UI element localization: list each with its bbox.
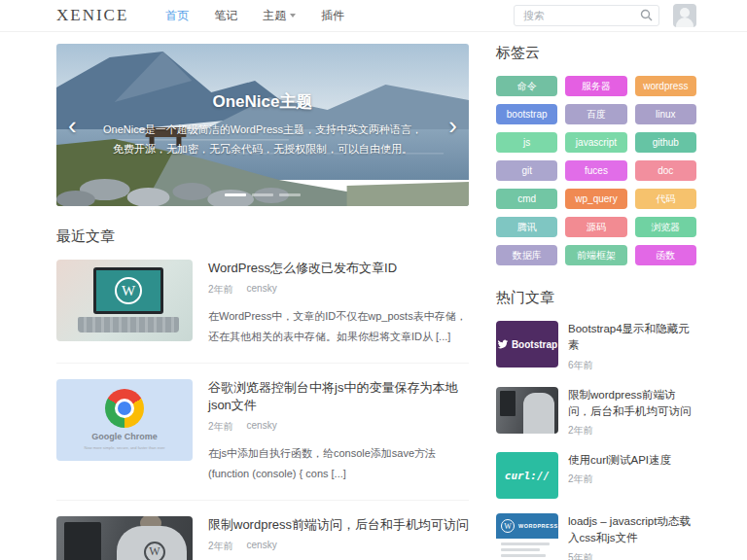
hero-caption: OneNice主题 OneNice是一个超级简洁的WordPress主题，支持中… [56, 44, 469, 206]
wordpress-logo-icon: W [501, 519, 515, 533]
tag[interactable]: git [496, 160, 557, 181]
tag[interactable]: 源码 [565, 217, 626, 237]
main-column: OneNice主题 OneNice是一个超级简洁的WordPress主题，支持中… [56, 44, 469, 560]
article-title[interactable]: 谷歌浏览器控制台中将js中的变量保存为本地json文件 [208, 379, 469, 414]
tag[interactable]: 腾讯 [496, 217, 557, 237]
article-thumbnail-desk[interactable]: W [56, 516, 193, 560]
top-navbar: XENICE 首页 笔记 主题 插件 [0, 0, 747, 32]
carousel-dot[interactable] [279, 193, 301, 196]
search-box [514, 5, 659, 26]
popular-post-row: W WORDPRESS loadjs – javascript动态载入css和j… [496, 513, 696, 560]
tag-cloud: 命令 服务器 wordpress bootstrap 百度 linux js j… [496, 76, 696, 265]
wordpress-label: WORDPRESS [518, 523, 558, 529]
tag[interactable]: wp_query [565, 189, 626, 209]
wordpress-logo-icon: W [115, 277, 142, 304]
hero-carousel: OneNice主题 OneNice是一个超级简洁的WordPress主题，支持中… [56, 44, 469, 206]
tag[interactable]: fuces [565, 160, 626, 181]
popular-post-time: 6年前 [568, 359, 696, 372]
popular-post-row: Bootstrap Bootstrap4显示和隐藏元素 6年前 [496, 321, 696, 372]
tag[interactable]: cmd [496, 189, 557, 209]
popular-post-title[interactable]: loadjs – javascript动态载入css和js文件 [568, 513, 696, 547]
tag[interactable]: doc [635, 160, 696, 181]
tag[interactable]: linux [635, 104, 696, 124]
sidebar: 标签云 命令 服务器 wordpress bootstrap 百度 linux … [496, 44, 696, 560]
hero-description: OneNice是一个超级简洁的WordPress主题，支持中英文两种语言，免费开… [99, 121, 426, 159]
carousel-indicators [225, 193, 301, 196]
bootstrap-label: Bootstrap [512, 339, 557, 350]
tag[interactable]: 命令 [496, 76, 557, 96]
article-row: W WordPress怎么修改已发布文章ID 2年前 censky 在WordP… [56, 260, 469, 364]
search-icon[interactable] [640, 9, 653, 21]
nav-item-notes[interactable]: 笔记 [214, 8, 237, 24]
article-row: W 限制wordpress前端访问，后台和手机均可访问 2年前 censky 只… [56, 516, 469, 560]
popular-post-row: curl:// 使用curl测试API速度 2年前 [496, 452, 696, 499]
article-author[interactable]: censky [247, 540, 277, 553]
tag[interactable]: 浏览器 [635, 217, 696, 237]
article-title[interactable]: WordPress怎么修改已发布文章ID [208, 260, 469, 277]
nav-menu: 首页 笔记 主题 插件 [165, 8, 514, 24]
tag[interactable]: 数据库 [496, 245, 557, 265]
nav-item-plugins[interactable]: 插件 [321, 8, 344, 24]
popular-thumbnail-wordpress[interactable]: W WORDPRESS [496, 513, 558, 560]
search-input[interactable] [514, 5, 659, 26]
article-thumbnail-wordpress-laptop[interactable]: W [56, 260, 193, 341]
tag[interactable]: 百度 [565, 104, 626, 124]
user-avatar[interactable] [673, 4, 696, 27]
site-logo[interactable]: XENICE [56, 6, 128, 25]
article-author[interactable]: censky [247, 283, 277, 297]
tag[interactable]: bootstrap [496, 104, 557, 124]
recent-posts-heading: 最近文章 [56, 228, 469, 246]
article-excerpt: 在WordPress中，文章的ID不仅在wp_posts表中存储，还在其他相关的… [208, 306, 469, 347]
carousel-next-icon[interactable]: › [443, 107, 463, 144]
popular-post-time: 2年前 [568, 472, 696, 486]
nav-item-home[interactable]: 首页 [165, 8, 189, 24]
article-row: Google Chrome Now more simple, secure, a… [56, 379, 469, 501]
carousel-dot[interactable] [252, 193, 273, 196]
tag[interactable]: 服务器 [565, 76, 626, 96]
tag[interactable]: 代码 [635, 189, 696, 209]
chrome-tagline-text: Now more simple, secure, and faster than… [85, 445, 165, 450]
page-content: OneNice主题 OneNice是一个超级简洁的WordPress主题，支持中… [0, 32, 747, 560]
article-time: 2年前 [208, 283, 233, 297]
nav-item-themes[interactable]: 主题 [263, 8, 296, 24]
popular-post-row: 限制wordpress前端访问，后台和手机均可访问 2年前 [496, 387, 696, 438]
popular-thumbnail-desk[interactable] [496, 387, 558, 434]
chrome-title-text: Google Chrome [91, 432, 158, 441]
carousel-prev-icon[interactable]: ‹ [62, 107, 83, 144]
carousel-dot[interactable] [225, 193, 246, 196]
tag[interactable]: 函数 [635, 245, 696, 265]
hero-title: OneNice主题 [213, 90, 313, 113]
tag[interactable]: js [496, 132, 557, 153]
article-time: 2年前 [208, 420, 233, 434]
curl-logo-text: curl:// [505, 470, 550, 482]
nav-item-themes-label: 主题 [263, 8, 286, 24]
article-author[interactable]: censky [247, 420, 277, 434]
popular-thumbnail-bootstrap[interactable]: Bootstrap [496, 321, 558, 368]
article-time: 2年前 [208, 540, 233, 553]
popular-thumbnail-curl[interactable]: curl:// [496, 452, 558, 499]
tag[interactable]: javascript [565, 132, 626, 153]
article-excerpt: 在js中添加自执行函数，给console添加save方法 (function (… [208, 443, 469, 484]
tag-cloud-heading: 标签云 [496, 44, 696, 62]
popular-post-time: 5年前 [568, 551, 696, 560]
tag[interactable]: wordpress [635, 76, 696, 96]
wordpress-logo-icon: W [144, 542, 165, 560]
bird-icon [497, 338, 509, 350]
tag[interactable]: github [635, 132, 696, 153]
article-thumbnail-chrome[interactable]: Google Chrome Now more simple, secure, a… [56, 379, 193, 461]
popular-post-title[interactable]: Bootstrap4显示和隐藏元素 [568, 321, 696, 355]
chrome-logo-icon [105, 389, 144, 428]
popular-post-time: 2年前 [568, 424, 696, 438]
recent-posts-section: 最近文章 W WordPress怎么修改已发布文章ID 2年前 censky 在… [56, 228, 469, 560]
article-title[interactable]: 限制wordpress前端访问，后台和手机均可访问 [208, 516, 469, 534]
popular-post-title[interactable]: 限制wordpress前端访问，后台和手机均可访问 [568, 387, 696, 421]
tag[interactable]: 前端框架 [565, 245, 626, 265]
popular-posts-heading: 热门文章 [496, 289, 696, 307]
chevron-down-icon [290, 14, 296, 18]
popular-post-title[interactable]: 使用curl测试API速度 [568, 452, 696, 469]
